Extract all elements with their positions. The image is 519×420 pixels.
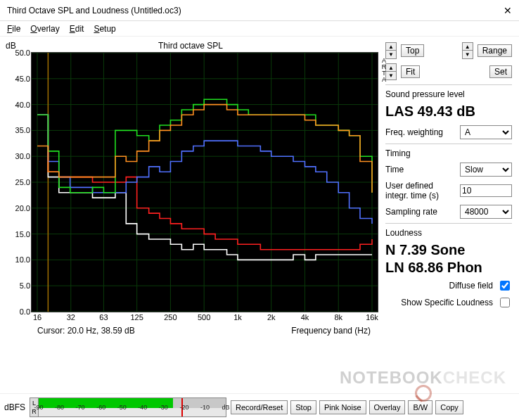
down-icon[interactable]: ▼ [386, 51, 396, 58]
sampling-rate-label: Sampling rate [385, 207, 437, 217]
bottom-bar: dBFS L R -90-80-70-60-50-40-30-20-10dB R… [0, 393, 519, 420]
menu-file[interactable]: File [7, 24, 20, 34]
loudness-sone: N 7.39 Sone [385, 242, 512, 258]
stop-button[interactable]: Stop [290, 400, 316, 414]
diffuse-field-label: Diffuse field [449, 281, 493, 291]
chart-area[interactable]: ARTA 0.05.010.015.020.025.030.035.040.04… [31, 52, 378, 312]
integ-time-label: User defined integr. time (s) [385, 181, 439, 201]
level-meter: L R -90-80-70-60-50-40-30-20-10dB [30, 397, 226, 417]
integ-time-input[interactable] [460, 184, 512, 197]
x-ticks: 1632631252505001k2k4k8k16k [32, 313, 378, 323]
down-icon[interactable]: ▼ [463, 51, 473, 58]
loudness-section-title: Loudness [385, 223, 512, 238]
dbfs-label: dBFS [4, 402, 25, 412]
time-select[interactable]: Slow [460, 163, 512, 177]
pink-noise-button[interactable]: Pink Noise [319, 400, 366, 414]
down-icon[interactable]: ▼ [386, 72, 396, 79]
menu-overlay[interactable]: Overlay [30, 24, 59, 34]
loudness-phon: LN 68.86 Phon [385, 260, 512, 276]
up-icon[interactable]: ▲ [386, 43, 396, 51]
y-ticks: 0.05.010.015.020.025.030.035.040.045.050… [9, 53, 30, 312]
up-icon[interactable]: ▲ [463, 43, 473, 51]
range-button[interactable]: Range [478, 44, 512, 57]
spl-section-title: Sound pressure level [385, 84, 512, 99]
top-button[interactable]: Top [401, 44, 424, 57]
menu-edit[interactable]: Edit [70, 24, 84, 34]
sampling-rate-select[interactable]: 48000 [460, 205, 512, 219]
titlebar: Third Octave SPL and Loudness (Untitled.… [0, 0, 519, 21]
diffuse-field-checkbox[interactable] [500, 281, 510, 291]
chart-pane: dB Third octave SPL ARTA 0.05.010.015.02… [0, 37, 381, 393]
x-axis-label: Frequency band (Hz) [291, 326, 371, 336]
cursor-readout: Cursor: 20.0 Hz, 38.59 dB [37, 326, 135, 336]
menubar: File Overlay Edit Setup [0, 21, 519, 37]
fit-button[interactable]: Fit [401, 65, 420, 78]
arta-brand: ARTA [380, 57, 387, 82]
show-specific-loudness-checkbox[interactable] [500, 298, 510, 307]
chart-title: Third octave SPL [0, 41, 381, 51]
bw-button[interactable]: B/W [408, 400, 432, 414]
set-button[interactable]: Set [489, 65, 512, 78]
freq-weighting-select[interactable]: A [460, 125, 512, 139]
window-title: Third Octave SPL and Loudness (Untitled.… [7, 6, 181, 15]
close-icon[interactable]: ✕ [504, 5, 512, 16]
range-spinner[interactable]: ▲▼ [462, 42, 473, 59]
spl-value: LAS 49.43 dB [385, 103, 512, 120]
record-reset-button[interactable]: Record/Reset [231, 400, 288, 414]
show-specific-loudness-label: Show Specific Loudness [401, 298, 493, 307]
menu-setup[interactable]: Setup [94, 24, 115, 34]
spl-plot [32, 53, 378, 312]
side-panel: ▲▼ Top ▲▼ Range ▲▼ Fit Set Sound pressur… [381, 37, 519, 393]
time-label: Time [385, 165, 404, 174]
timing-section-title: Timing [385, 144, 512, 158]
meter-ticks: -90-80-70-60-50-40-30-20-10dB [39, 398, 226, 416]
copy-button[interactable]: Copy [435, 400, 463, 414]
overlay-button[interactable]: Overlay [369, 400, 406, 414]
freq-weighting-label: Freq. weighting [385, 127, 443, 137]
up-icon[interactable]: ▲ [386, 64, 396, 72]
